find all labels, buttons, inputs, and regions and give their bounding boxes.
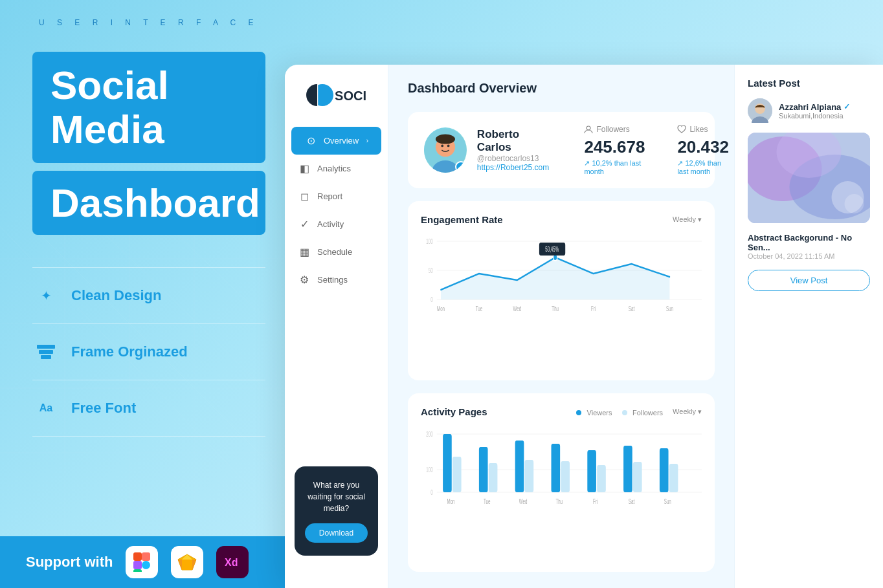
download-button[interactable]: Download xyxy=(305,523,368,543)
post-image xyxy=(748,133,870,223)
svg-point-86 xyxy=(845,194,864,213)
likes-icon xyxy=(677,125,686,134)
hero-title-line1: Social Media xyxy=(50,63,247,151)
svg-text:Sun: Sun xyxy=(666,305,673,312)
svg-text:0: 0 xyxy=(430,296,433,303)
svg-rect-58 xyxy=(453,457,462,492)
activity-filter[interactable]: Weekly ▾ xyxy=(673,408,702,416)
post-author: Azzahri Alpiana ✓ Sukabumi,Indonesia xyxy=(748,98,870,123)
svg-text:200: 200 xyxy=(426,430,433,438)
svg-rect-15 xyxy=(133,552,142,561)
main-content: Dashboard Overview xyxy=(388,65,734,588)
svg-text:Tue: Tue xyxy=(476,305,483,312)
legend-followers: Followers xyxy=(622,406,664,418)
post-location: Sukabumi,Indonesia xyxy=(779,112,850,120)
right-panel: Latest Post Azzahri Alpiana ✓ Sukabumi,I… xyxy=(734,65,883,588)
svg-text:50: 50 xyxy=(429,267,433,274)
nav-analytics-label: Analytics xyxy=(317,164,351,173)
nav-item-report[interactable]: ◻ Report xyxy=(285,182,388,210)
svg-rect-14 xyxy=(41,355,51,359)
svg-point-33 xyxy=(587,126,590,130)
likes-change: ↗ 12,6% than last month xyxy=(677,159,729,175)
nav-item-overview[interactable]: ⊙ Overview › xyxy=(291,127,381,155)
svg-rect-61 xyxy=(515,441,524,492)
profile-website[interactable]: https://Robert25.com xyxy=(477,163,552,172)
svg-text:Tue: Tue xyxy=(484,497,491,505)
svg-text:Sat: Sat xyxy=(629,497,635,505)
promo-card: What are you waiting for social media? D… xyxy=(295,466,378,556)
engagement-chart-header: Engagement Rate Weekly ▾ xyxy=(421,214,702,225)
svg-rect-18 xyxy=(133,569,142,572)
svg-text:Sun: Sun xyxy=(664,497,671,505)
svg-point-31 xyxy=(441,145,443,147)
figma-icon xyxy=(126,546,158,578)
viewers-dot xyxy=(576,410,581,415)
schedule-icon: ▦ xyxy=(298,246,311,258)
legend-viewers: Viewers xyxy=(576,406,612,418)
post-image-inner xyxy=(748,133,870,223)
post-author-name: Azzahri Alpiana ✓ xyxy=(779,102,850,112)
svg-point-32 xyxy=(447,145,450,147)
sidebar-logo: SOCI xyxy=(293,84,379,107)
followers-stat: Followers 245.678 ↗ 10,2% than last mont… xyxy=(584,125,645,175)
free-font-label: Free Font xyxy=(71,400,136,417)
activity-chart-header: Activity Pages Viewers Followers Weekly … xyxy=(421,406,702,418)
xd-icon: Xd xyxy=(216,546,249,578)
svg-rect-63 xyxy=(552,444,561,492)
dashboard-panel: SOCI ⊙ Overview › ◧ Analytics ◻ Report ✓… xyxy=(285,65,883,588)
frame-organized-icon xyxy=(32,338,60,365)
post-author-info: Azzahri Alpiana ✓ Sukabumi,Indonesia xyxy=(779,102,850,120)
nav-item-settings[interactable]: ⚙ Settings xyxy=(285,266,388,294)
nav-overview-label: Overview xyxy=(324,136,359,146)
svg-text:Fri: Fri xyxy=(591,305,596,312)
followers-change: ↗ 10,2% than last month xyxy=(584,159,645,175)
verified-avatar-badge: ✓ xyxy=(455,161,467,173)
svg-rect-12 xyxy=(37,345,55,349)
promo-text: What are you waiting for social media? xyxy=(305,479,368,514)
svg-text:Thu: Thu xyxy=(556,497,563,505)
svg-rect-62 xyxy=(525,460,534,492)
line-chart-svg: 100 50 0 50,45% Mon Tue Wed Thu xyxy=(421,235,702,319)
logo-text: SOCI xyxy=(335,89,366,103)
svg-text:Thu: Thu xyxy=(552,305,559,312)
svg-rect-57 xyxy=(443,434,452,492)
activity-chart-title: Activity Pages xyxy=(421,406,487,417)
profile-handle: @robertocarlos13 xyxy=(477,154,552,163)
chart-legend: Viewers Followers Weekly ▾ xyxy=(576,406,702,418)
svg-text:50,45%: 50,45% xyxy=(545,245,559,253)
feature-frame-organized: Frame Orginazed xyxy=(32,324,265,380)
support-label: Support with xyxy=(26,554,113,571)
svg-marker-24 xyxy=(182,560,192,570)
nav-item-schedule[interactable]: ▦ Schedule xyxy=(285,238,388,266)
svg-text:100: 100 xyxy=(426,466,433,474)
avatar: ✓ xyxy=(424,127,467,173)
nav-item-analytics[interactable]: ◧ Analytics xyxy=(285,155,388,182)
followers-dot xyxy=(622,410,627,415)
svg-text:Mon: Mon xyxy=(447,497,454,505)
engagement-filter[interactable]: Weekly ▾ xyxy=(673,215,702,224)
post-info: Abstract Backgorund - No Sen... October … xyxy=(748,233,870,260)
analytics-icon: ◧ xyxy=(298,162,311,175)
nav-activity-label: Activity xyxy=(317,219,344,229)
svg-point-19 xyxy=(142,561,150,569)
view-post-button[interactable]: View Post xyxy=(748,270,870,291)
svg-text:Wed: Wed xyxy=(513,305,521,312)
post-avatar xyxy=(748,98,772,123)
hero-subtitle-box: Dashboard xyxy=(32,171,265,235)
svg-text:100: 100 xyxy=(426,237,433,245)
followers-value: 245.678 xyxy=(584,137,645,157)
bar-chart-svg: 200 100 0 xyxy=(421,428,702,512)
svg-text:Fri: Fri xyxy=(593,497,598,505)
svg-rect-59 xyxy=(479,447,488,492)
followers-icon xyxy=(584,125,593,134)
engagement-chart-card: Engagement Rate Weekly ▾ 100 50 0 xyxy=(408,201,715,380)
latest-post-title: Latest Post xyxy=(748,78,870,89)
followers-label: Followers xyxy=(584,125,645,134)
features-list: ✦ Clean Design Frame Orginazed Aa Free F… xyxy=(32,267,265,437)
svg-marker-40 xyxy=(441,257,669,299)
nav-item-activity[interactable]: ✓ Activity xyxy=(285,210,388,238)
free-font-icon: Aa xyxy=(32,395,60,422)
overview-icon: ⊙ xyxy=(304,135,317,147)
svg-point-30 xyxy=(436,135,455,144)
clean-design-icon: ✦ xyxy=(32,282,60,309)
